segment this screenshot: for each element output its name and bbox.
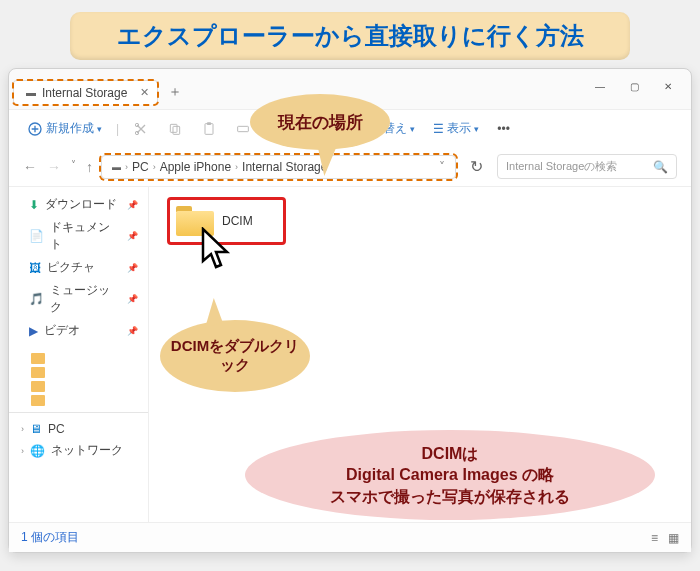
callout-dcim-explanation: DCIMはDigital Camera Images の略スマホで撮った写真が保… <box>245 430 655 520</box>
sidebar-label: ピクチャ <box>47 259 95 276</box>
cut-button[interactable] <box>129 119 153 139</box>
copy-button[interactable] <box>163 119 187 139</box>
sidebar-item-network[interactable]: › 🌐 ネットワーク <box>9 439 148 462</box>
new-icon <box>27 121 43 137</box>
sidebar-recent-folders <box>9 353 148 406</box>
address-bar-row: ← → ˅ ↑ ▬ › PC › Apple iPhone › Internal… <box>9 147 691 187</box>
view-icon: ☰ <box>433 122 444 136</box>
maximize-button[interactable]: ▢ <box>617 73 651 99</box>
breadcrumb-dropdown-icon[interactable]: ˅ <box>439 160 445 174</box>
search-placeholder: Internal Storageの検索 <box>506 159 617 174</box>
paste-button[interactable] <box>197 119 221 139</box>
sidebar-label: ネットワーク <box>51 442 123 459</box>
sidebar-item-pc[interactable]: › 🖥 PC <box>9 419 148 439</box>
sidebar-item-music[interactable]: 🎵 ミュージック 📌 <box>9 279 148 319</box>
close-tab-icon[interactable]: ✕ <box>140 86 149 99</box>
copy-icon <box>167 121 183 137</box>
tab-title: Internal Storage <box>42 86 127 100</box>
page-banner: エクスプローラーから直接取りに行く方法 <box>70 12 630 60</box>
close-window-button[interactable]: ✕ <box>651 73 685 99</box>
cut-icon <box>133 121 149 137</box>
folder-icon[interactable] <box>31 367 45 378</box>
video-icon: ▶ <box>29 324 38 338</box>
svg-rect-4 <box>173 126 180 134</box>
folder-icon[interactable] <box>31 381 45 392</box>
breadcrumb[interactable]: ▬ › PC › Apple iPhone › Internal Storage… <box>101 155 456 179</box>
view-details-button[interactable]: ≡ <box>651 531 658 545</box>
refresh-button[interactable]: ↻ <box>464 153 489 180</box>
sidebar-label: PC <box>48 422 65 436</box>
tab-internal-storage[interactable]: ▬ Internal Storage ✕ <box>13 80 158 105</box>
pc-icon: 🖥 <box>30 422 42 436</box>
drive-icon: ▬ <box>112 162 121 172</box>
sidebar-label: ビデオ <box>44 322 80 339</box>
folder-icon <box>176 206 214 236</box>
new-tab-button[interactable]: ＋ <box>158 83 192 101</box>
pin-icon: 📌 <box>127 326 138 336</box>
download-icon: ⬇ <box>29 198 39 212</box>
pin-icon: 📌 <box>127 294 138 304</box>
svg-rect-7 <box>238 126 249 131</box>
new-button[interactable]: 新規作成 ▾ <box>23 118 106 139</box>
sidebar-label: ダウンロード <box>45 196 117 213</box>
callout-current-location: 現在の場所 <box>250 94 390 150</box>
forward-button[interactable]: → <box>47 159 61 175</box>
callout-dcim-doubleclick: DCIMをダブルクリック <box>160 320 310 392</box>
svg-rect-6 <box>207 122 211 125</box>
window-controls: — ▢ ✕ <box>583 73 685 99</box>
up-button[interactable]: ↑ <box>86 159 93 175</box>
music-icon: 🎵 <box>29 292 44 306</box>
nav-arrows: ← → ˅ ↑ <box>23 159 93 175</box>
pin-icon: 📌 <box>127 263 138 273</box>
pin-icon: 📌 <box>127 200 138 210</box>
pin-icon: 📌 <box>127 231 138 241</box>
dcim-folder[interactable]: DCIM <box>167 197 286 245</box>
network-icon: 🌐 <box>30 444 45 458</box>
bc-pc[interactable]: PC <box>132 160 149 174</box>
pink-text: DCIMはDigital Camera Images の略スマホで撮った写真が保… <box>330 443 570 508</box>
sidebar: ⬇ ダウンロード 📌 📄 ドキュメント 📌 🖼 ピクチャ 📌 🎵 ミュージック … <box>9 187 149 537</box>
bc-iphone[interactable]: Apple iPhone <box>160 160 231 174</box>
sidebar-item-downloads[interactable]: ⬇ ダウンロード 📌 <box>9 193 148 216</box>
new-label: 新規作成 <box>46 120 94 137</box>
folder-icon[interactable] <box>31 353 45 364</box>
drive-icon: ▬ <box>26 87 36 98</box>
rename-icon <box>235 121 251 137</box>
statusbar: 1 個の項目 ≡ ▦ <box>9 522 691 552</box>
search-icon: 🔍 <box>653 160 668 174</box>
view-grid-button[interactable]: ▦ <box>668 531 679 545</box>
sidebar-label: ドキュメント <box>50 219 121 253</box>
view-label: 表示 <box>447 120 471 137</box>
dcim-label: DCIM <box>222 214 253 228</box>
sidebar-item-pictures[interactable]: 🖼 ピクチャ 📌 <box>9 256 148 279</box>
history-chevron-icon[interactable]: ˅ <box>71 159 76 175</box>
status-count: 1 個の項目 <box>21 529 79 546</box>
svg-rect-5 <box>205 123 213 134</box>
search-input[interactable]: Internal Storageの検索 🔍 <box>497 154 677 179</box>
paste-icon <box>201 121 217 137</box>
document-icon: 📄 <box>29 229 44 243</box>
bc-internal[interactable]: Internal Storage <box>242 160 327 174</box>
picture-icon: 🖼 <box>29 261 41 275</box>
back-button[interactable]: ← <box>23 159 37 175</box>
sidebar-item-videos[interactable]: ▶ ビデオ 📌 <box>9 319 148 342</box>
more-button[interactable]: ••• <box>493 120 514 138</box>
sidebar-label: ミュージック <box>50 282 121 316</box>
svg-rect-3 <box>170 124 177 132</box>
view-button[interactable]: ☰ 表示 ▾ <box>429 118 483 139</box>
sidebar-item-documents[interactable]: 📄 ドキュメント 📌 <box>9 216 148 256</box>
minimize-button[interactable]: — <box>583 73 617 99</box>
folder-icon[interactable] <box>31 395 45 406</box>
